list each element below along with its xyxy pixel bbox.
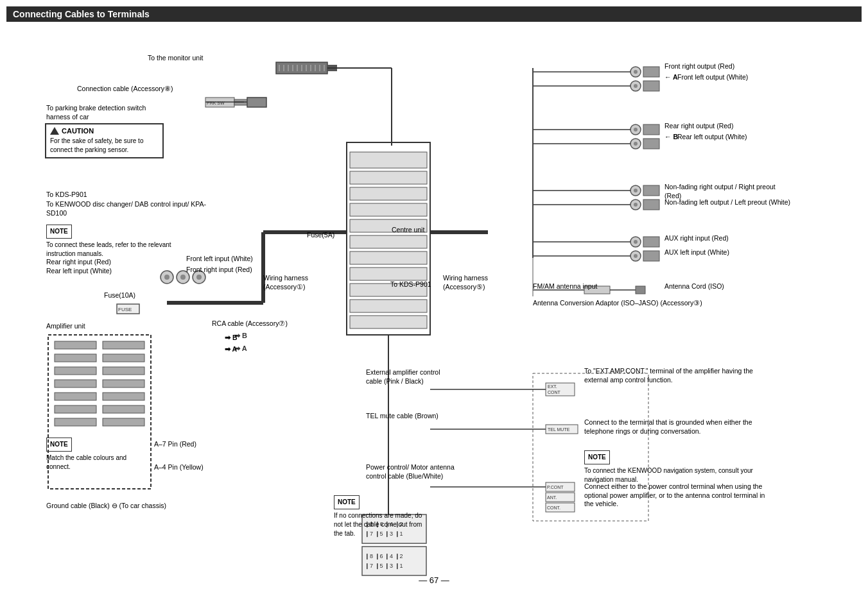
svg-rect-67 [643, 237, 659, 247]
svg-point-55 [630, 237, 641, 247]
svg-point-52 [630, 200, 641, 210]
svg-text:PRK SW: PRK SW [207, 101, 225, 105]
connection-cable-label: Connection cable (Accessory⑧) [77, 85, 173, 94]
svg-point-44 [634, 128, 638, 132]
kenwood-nav-text: To connect the KENWOOD navigation system… [584, 466, 770, 484]
svg-rect-76 [55, 354, 96, 362]
svg-rect-82 [103, 341, 144, 349]
svg-rect-31 [247, 98, 266, 107]
svg-rect-85 [103, 380, 144, 387]
wiring-harness-acc5-label: Wiring harness (Accessory⑤) [443, 274, 507, 291]
caution-triangle-icon [50, 127, 59, 135]
front-left-output-label: Front left output (White) [677, 73, 748, 82]
svg-rect-89 [117, 304, 139, 314]
svg-rect-99 [546, 383, 575, 396]
svg-rect-29 [234, 99, 257, 105]
svg-text:FUSE: FUSE [118, 307, 132, 312]
diagram-area: PRK SW [6, 27, 862, 591]
svg-rect-113 [362, 547, 426, 575]
svg-point-94 [180, 275, 186, 280]
svg-text:P.CONT: P.CONT [547, 485, 564, 489]
rear-right-output-label: Rear right output (Red) [664, 122, 733, 131]
svg-rect-88 [103, 418, 144, 426]
fuse-10a-label: Fuse(10A) [104, 291, 135, 300]
page-title: Connecting Cables to Terminals [6, 6, 862, 22]
note-match-text: Match the cable colours and connect. [46, 454, 136, 472]
svg-rect-87 [103, 405, 144, 413]
power-control-cable-label: Power control/ Motor antenna control cab… [366, 463, 456, 480]
svg-rect-75 [55, 341, 96, 349]
page-container: Connecting Cables to Terminals [0, 0, 868, 612]
svg-rect-4 [350, 203, 427, 216]
svg-rect-11 [350, 316, 427, 328]
svg-rect-61 [643, 67, 659, 77]
svg-text:ANT.: ANT. [547, 495, 557, 500]
svg-text:TEL MUTE: TEL MUTE [548, 427, 570, 432]
svg-rect-7 [350, 251, 427, 264]
svg-rect-73 [636, 286, 645, 294]
svg-rect-1 [350, 152, 427, 168]
connect-power-label: Connect either to the power control term… [584, 482, 770, 509]
amplifier-unit-label: Amplifier unit [46, 322, 85, 331]
arrow-b-right: ← B [664, 133, 678, 142]
svg-point-49 [630, 185, 641, 196]
tel-mute-cable-label: TEL mute cable (Brown) [366, 412, 438, 421]
caution-text: For the sake of safety, be sure to conne… [50, 137, 159, 155]
caution-box: CAUTION For the sake of safety, be sure … [45, 123, 164, 158]
svg-rect-13 [327, 65, 337, 71]
parking-brake-label: To parking brake detection switch harnes… [46, 104, 155, 121]
note-section-kenwood: NOTE To connect the KENWOOD navigation s… [584, 450, 770, 484]
svg-text:CONT.: CONT. [547, 506, 560, 510]
kds-p901-top-label: To KDS-P901 [46, 191, 175, 200]
front-right-output-label: Front right output (Red) [664, 62, 734, 71]
svg-rect-80 [55, 405, 96, 413]
svg-point-47 [634, 142, 638, 146]
note-box-tab: NOTE [334, 495, 360, 509]
rca-cable-label: RCA cable (Accessory⑦) [212, 319, 288, 328]
svg-point-46 [630, 139, 641, 149]
svg-rect-65 [643, 185, 659, 196]
svg-rect-84 [103, 367, 144, 375]
svg-text:❙7 ❙5 ❙3 ❙1: ❙7 ❙5 ❙3 ❙1 [365, 563, 403, 570]
svg-rect-12 [276, 62, 327, 74]
svg-rect-78 [55, 380, 96, 387]
note-section-match: NOTE Match the cable colours and connect… [46, 438, 136, 472]
antenna-cord-label: Antenna Cord (ISO) [664, 282, 724, 291]
kds-p901-bottom-label: To KDS-P901 [390, 280, 431, 289]
note-box-top: NOTE [46, 225, 72, 239]
svg-point-96 [196, 275, 202, 280]
antenna-conv-label: Antenna Conversion Adaptor (ISO–JASO) (A… [533, 299, 758, 308]
rear-left-input-label: Rear left input (White) [46, 267, 112, 276]
svg-rect-83 [103, 354, 144, 362]
svg-rect-62 [643, 81, 659, 91]
a4-pin-label: A–4 Pin (Yellow) [154, 463, 204, 472]
svg-rect-63 [643, 124, 659, 135]
svg-rect-108 [546, 503, 575, 512]
rear-right-input-label: Rear right input (Red) [46, 258, 111, 267]
svg-point-91 [161, 271, 173, 284]
aux-left-label: AUX left input (White) [664, 248, 729, 257]
svg-rect-27 [205, 98, 234, 107]
svg-rect-64 [643, 139, 659, 149]
arrow-a-right: ← A [664, 73, 678, 82]
svg-point-41 [634, 84, 638, 88]
svg-text:EXT.: EXT. [548, 384, 557, 389]
wiring-harness-acc1-label: Wiring harness (Accessory①) [263, 274, 327, 291]
svg-rect-3 [350, 187, 427, 200]
svg-point-92 [164, 275, 169, 280]
aux-right-label: AUX right input (Red) [664, 234, 729, 243]
svg-point-56 [634, 240, 638, 244]
arrow-a-left: ➡ A [225, 345, 237, 354]
a7-pin-label: A–7 Pin (Red) [154, 440, 196, 449]
svg-point-50 [634, 189, 638, 192]
note-section-tab: NOTE If no connections are made, do not … [334, 495, 430, 538]
ext-amp-cable-label: External amplifier control cable (Pink /… [366, 368, 456, 386]
svg-rect-0 [347, 142, 430, 335]
rear-left-output-label: Rear left output (White) [677, 133, 747, 142]
note-box-kenwood: NOTE [584, 450, 610, 464]
svg-rect-79 [55, 393, 96, 400]
arrow-b-left: ➡ B [225, 334, 238, 343]
note-box-match: NOTE [46, 438, 72, 452]
note-tab-text: If no connections are made, do not let t… [334, 511, 430, 538]
centre-unit-label: Centre unit [392, 226, 424, 235]
